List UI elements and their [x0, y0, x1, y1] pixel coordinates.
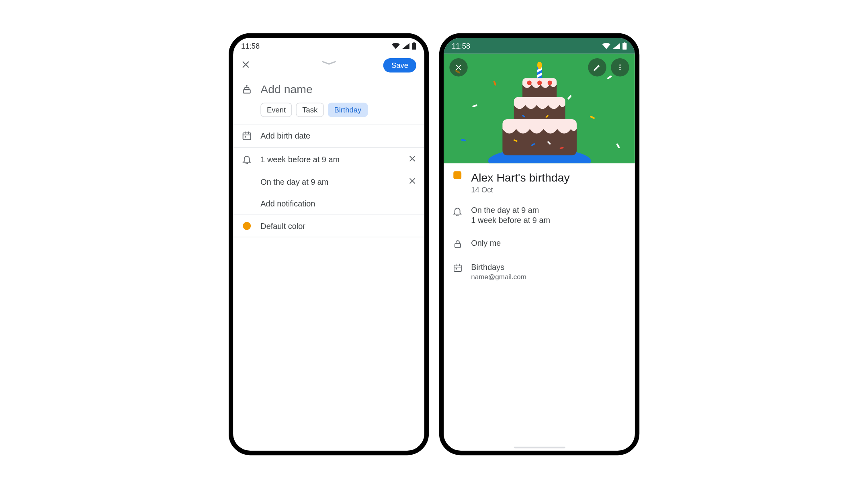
- confetti-icon: [590, 115, 595, 119]
- confetti-icon: [461, 139, 466, 141]
- status-icons: [602, 42, 627, 49]
- svg-rect-32: [454, 243, 460, 247]
- calendar-name: Birthdays: [471, 262, 526, 272]
- battery-icon: [412, 42, 416, 49]
- signal-icon: [612, 43, 620, 49]
- notifications-row: On the day at 9 am 1 week before at 9 am: [444, 198, 635, 231]
- lock-icon: [452, 239, 463, 249]
- close-button[interactable]: [241, 59, 250, 71]
- wifi-icon: [602, 43, 610, 49]
- notification-label: 1 week before at 9 am: [471, 216, 550, 225]
- hero-illustration: [444, 53, 635, 163]
- svg-point-31: [619, 69, 620, 70]
- phone-birthday-detail: 11:58: [439, 33, 639, 455]
- remove-notification-button[interactable]: [408, 154, 416, 164]
- svg-rect-1: [413, 42, 415, 43]
- close-button[interactable]: [449, 58, 467, 76]
- visibility-label: Only me: [471, 238, 501, 247]
- svg-point-5: [247, 85, 247, 85]
- birthday-icon: [241, 84, 252, 94]
- svg-rect-6: [243, 133, 251, 139]
- bell-icon: [452, 206, 463, 216]
- name-input[interactable]: Add name: [260, 83, 312, 96]
- svg-rect-12: [624, 42, 625, 43]
- svg-rect-0: [412, 43, 416, 49]
- add-notification-row[interactable]: Add notification: [233, 193, 424, 214]
- calendar-icon: [452, 263, 463, 272]
- color-dot-icon: [241, 222, 252, 230]
- status-icons: [392, 42, 416, 49]
- battery-icon: [622, 42, 627, 49]
- status-bar: 11:58: [233, 37, 424, 53]
- svg-rect-37: [455, 268, 457, 269]
- color-label: Default color: [260, 221, 416, 231]
- bell-icon: [241, 154, 252, 164]
- color-row[interactable]: Default color: [233, 215, 424, 237]
- home-indicator[interactable]: [514, 447, 565, 448]
- more-button[interactable]: [611, 58, 629, 76]
- confetti-icon: [472, 104, 477, 107]
- signal-icon: [402, 43, 409, 49]
- add-notification-label: Add notification: [260, 199, 416, 208]
- visibility-row: Only me: [444, 231, 635, 255]
- calendar-color-icon: [452, 171, 463, 179]
- event-title: Alex Hart's birthday: [471, 171, 569, 184]
- confetti-icon: [616, 143, 620, 148]
- app-bar: Save: [233, 53, 424, 77]
- calendar-account: name@gmail.com: [471, 273, 526, 281]
- chip-birthday[interactable]: Birthday: [328, 102, 368, 117]
- notification-label: On the day at 9 am: [260, 177, 400, 186]
- calendar-icon: [241, 131, 252, 141]
- notification-row-2[interactable]: On the day at 9 am: [233, 170, 424, 192]
- divider: [233, 237, 424, 237]
- cake-icon: [491, 62, 588, 163]
- svg-point-29: [619, 64, 620, 65]
- svg-rect-11: [622, 43, 626, 49]
- svg-rect-33: [454, 265, 461, 271]
- save-button[interactable]: Save: [383, 58, 416, 73]
- remove-notification-button[interactable]: [408, 177, 416, 186]
- name-row[interactable]: Add name: [233, 77, 424, 101]
- svg-rect-3: [245, 87, 249, 89]
- svg-rect-10: [245, 136, 246, 137]
- status-time: 11:58: [452, 41, 470, 50]
- notification-label: On the day at 9 am: [471, 205, 550, 214]
- chip-event[interactable]: Event: [260, 102, 292, 117]
- add-date-label: Add birth date: [260, 131, 416, 140]
- calendar-row: Birthdays name@gmail.com: [444, 255, 635, 288]
- notification-label: 1 week before at 9 am: [260, 155, 400, 164]
- edit-button[interactable]: [588, 58, 606, 76]
- add-date-row[interactable]: Add birth date: [233, 124, 424, 147]
- svg-point-30: [619, 67, 620, 68]
- status-time: 11:58: [241, 41, 260, 50]
- phone-create-birthday: 11:58 Save Add name Event Task Birthday …: [229, 33, 429, 455]
- notification-row-1[interactable]: 1 week before at 9 am: [233, 148, 424, 171]
- event-date: 14 Oct: [444, 185, 635, 198]
- drag-handle-icon[interactable]: [321, 57, 336, 67]
- wifi-icon: [392, 43, 400, 49]
- chip-task[interactable]: Task: [296, 102, 324, 117]
- title-row: Alex Hart's birthday: [444, 163, 635, 185]
- status-bar: 11:58: [444, 37, 635, 53]
- type-chips: Event Task Birthday: [233, 102, 424, 124]
